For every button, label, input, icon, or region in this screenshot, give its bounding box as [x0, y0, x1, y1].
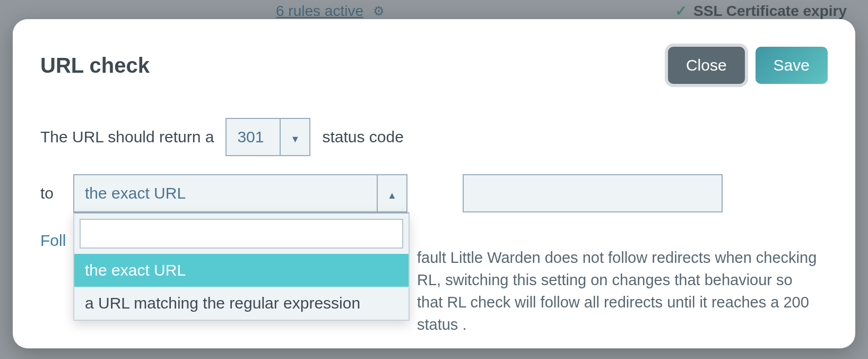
- url-check-modal: URL check Close Save The URL should retu…: [13, 19, 855, 348]
- dropdown-option-regex-url[interactable]: a URL matching the regular expression: [74, 287, 409, 320]
- close-button[interactable]: Close: [668, 47, 745, 84]
- status-code-value: 301: [227, 119, 280, 155]
- url-match-value: the exact URL: [74, 175, 377, 211]
- status-code-select[interactable]: 301: [225, 118, 310, 156]
- target-url-input[interactable]: [463, 174, 723, 212]
- save-button[interactable]: Save: [756, 47, 828, 84]
- url-match-select[interactable]: the exact URL the exact URL a URL matchi…: [73, 174, 407, 212]
- url-match-dropdown: the exact URL a URL matching the regular…: [73, 212, 410, 321]
- dropdown-option-exact-url[interactable]: the exact URL: [74, 254, 409, 287]
- dropdown-search-input[interactable]: [80, 219, 403, 249]
- sentence-prefix: The URL should return a: [40, 128, 214, 146]
- to-label: to: [40, 184, 62, 202]
- chevron-down-icon[interactable]: [280, 119, 309, 155]
- follow-redirects-label[interactable]: Foll: [40, 230, 66, 250]
- modal-title: URL check: [40, 54, 150, 78]
- follow-redirects-description: fault Little Warden does not follow redi…: [417, 246, 820, 336]
- chevron-up-icon[interactable]: [377, 175, 406, 211]
- sentence-suffix: status code: [322, 128, 403, 146]
